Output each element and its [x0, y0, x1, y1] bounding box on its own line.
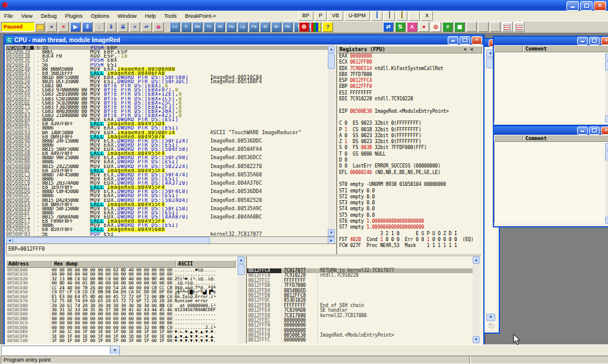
disasm-row[interactable]: 00508EB6.8B06MOV EAX,DWORD PTR DS:[ESI]: [6, 160, 328, 164]
register-line[interactable]: P 1 CS 001B 32bit 0(FFFFFFFF): [337, 127, 482, 133]
register-line[interactable]: ESI FFFFFFFF: [337, 90, 482, 96]
stack-row[interactable]: 0012FFEC00000000: [247, 318, 474, 323]
disasm-row[interactable]: 00508E83.C683 21040000 00MOV BYTE PTR DS…: [6, 113, 328, 118]
panes-button-2[interactable]: [514, 22, 524, 32]
register-line[interactable]: [337, 102, 482, 108]
plugin-button-p[interactable]: P: [315, 11, 327, 21]
disasm-row[interactable]: 00508E39.8BECMOV EBP,ESP: [6, 50, 328, 54]
menu-item-file[interactable]: File: [0, 13, 17, 19]
scroll-thumb[interactable]: [605, 151, 608, 160]
menu-item-help[interactable]: Help: [141, 13, 160, 19]
register-line[interactable]: [337, 115, 482, 121]
disasm-row[interactable]: 00508E38$55PUSH EBP: [6, 46, 328, 50]
stack-row[interactable]: 0012FFFC00000000: [247, 338, 474, 343]
scroll-down-icon[interactable]: ▼: [486, 314, 495, 321]
register-line[interactable]: ST7 empty 1.0000000000000000000: [337, 224, 482, 230]
scroll-up-icon[interactable]: ▲: [605, 143, 608, 150]
scroll-up-icon[interactable]: ▲: [328, 46, 335, 53]
comment-window-bottom[interactable]: × Comment ▲ ▼: [493, 125, 608, 227]
register-line[interactable]: FST 4020 Cond 1 0 0 0 Err 0 0 1 0 0 0 0 …: [337, 237, 482, 243]
digits-button[interactable]: #: [442, 22, 453, 32]
max-button[interactable]: [589, 126, 600, 135]
title-bar[interactable]: ✱ ×: [0, 0, 608, 11]
stack-row[interactable]: 0012FFD80012FFC8: [247, 293, 474, 298]
comment-window-body[interactable]: [494, 52, 608, 121]
window-button-cp[interactable]: Cp: [238, 22, 248, 32]
comment-window-body[interactable]: [494, 142, 608, 223]
register-line[interactable]: ST6 empty 1.0000000000000000000: [337, 219, 482, 224]
disasm-row[interactable]: 00508E3F.56PUSH ESI: [6, 63, 328, 67]
scroll-down-icon[interactable]: ▼: [605, 115, 608, 122]
disasm-row[interactable]: 00508ECB.8B15 20374A00MOV EDX,DWORD PTR …: [6, 181, 328, 185]
menu-item-window[interactable]: Window: [113, 13, 141, 19]
stack-row[interactable]: 0012FFE87C817080kernel32.7C817080: [247, 314, 474, 318]
updown-button[interactable]: ⇅: [395, 22, 406, 32]
register-line[interactable]: D 0: [337, 157, 482, 163]
stack-row[interactable]: 0012FFC87C910228ntdll.7C910228: [247, 273, 474, 278]
animate-over-button[interactable]: »: [129, 22, 140, 32]
scroll-down-icon[interactable]: ▼: [605, 217, 608, 224]
stack-row[interactable]: 0012FFD48054B6ED: [247, 289, 474, 293]
execute-till-return-button[interactable]: ↵: [141, 22, 152, 32]
window-button-br[interactable]: Br: [271, 22, 281, 32]
disasm-row[interactable]: 00508EE9.8B0D 58F15000MOV ECX,DWORD PTR …: [6, 207, 328, 211]
blank-button-1[interactable]: [466, 22, 477, 32]
register-line[interactable]: T 0 GS 0000 NULL: [337, 151, 482, 157]
disasm-row[interactable]: 00508E40.B8 B0BA5000MOV EAX,ImageRed.005…: [6, 67, 328, 71]
scroll-thumb[interactable]: [605, 61, 608, 71]
stack-row[interactable]: 0012FFF800508E38ImageRed.<ModuleEntryPoi…: [247, 333, 474, 338]
register-line[interactable]: FCW 027F Prec NEAR,53 Mask 1 1 1 1 1 1: [337, 243, 482, 249]
menu-item-view[interactable]: View: [17, 13, 37, 19]
cpu-window[interactable]: C CPU - main thread, module ImageRed × 0…: [4, 34, 484, 346]
register-line[interactable]: ECX 0012FFB0: [337, 59, 482, 65]
max-button[interactable]: [589, 37, 600, 45]
register-line[interactable]: S 0 FS 003B 32bit 7FFDF000(FFF): [337, 145, 482, 151]
register-line[interactable]: Z 1 DS 0023 32bit 0(FFFFFFFF): [337, 139, 482, 145]
new-doc-icon[interactable]: [371, 11, 382, 21]
blank-button-3[interactable]: [490, 22, 501, 32]
disasm-row[interactable]: 00508E59.C683 97000000 00MOV BYTE PTR DS…: [6, 88, 328, 92]
swap-button[interactable]: ⇄: [383, 22, 394, 32]
menu-item-breakpoint[interactable]: BreakPoint->: [181, 13, 220, 19]
pane-corner-button[interactable]: <: [470, 46, 473, 53]
dump-vscrollbar[interactable]: ▲: [238, 257, 245, 343]
memory-dump-pane[interactable]: Address Hex dump ASCII 0050C00000 00 00 …: [6, 257, 238, 343]
window-button-re[interactable]: Re: [283, 22, 293, 32]
options-button[interactable]: ⚙: [299, 22, 309, 32]
disassembly-pane[interactable]: 00508E38$55PUSH EBP00508E39.8BECMOV EBP,…: [6, 46, 328, 236]
disasm-row[interactable]: 00508E75.C683 F3020000 00MOV BYTE PTR DS…: [6, 105, 328, 109]
plugin-button-vb[interactable]: VB: [328, 11, 343, 21]
stack-row[interactable]: 0012FFE0FFFFFFFFEnd of SEH chain: [247, 303, 474, 308]
min-button[interactable]: [577, 37, 588, 45]
cpu-title-bar[interactable]: C CPU - main thread, module ImageRed ×: [5, 36, 483, 45]
comment-window-top[interactable]: × Comment ▲ ▼: [493, 36, 608, 126]
animate-into-button[interactable]: ⇊: [118, 22, 128, 32]
stack-row[interactable]: 0012FFD07FFD7000: [247, 283, 474, 288]
min-button[interactable]: [577, 126, 588, 135]
scroll-up-icon[interactable]: ▲: [238, 257, 245, 264]
window-button-ln[interactable]: Ln: [170, 22, 180, 32]
register-line[interactable]: EIP 00508E38 ImageRed.<ModuleEntryPoint>: [337, 109, 482, 115]
register-line[interactable]: ESP 0012FFC4: [337, 78, 482, 84]
comment-column-header[interactable]: Comment: [523, 135, 608, 142]
minimize-button[interactable]: [566, 1, 579, 11]
resize-grip[interactable]: [489, 323, 495, 329]
disasm-row[interactable]: 00508F03.5EPOP ESIkernel32.7C817077: [6, 232, 328, 236]
disasm-row[interactable]: 00508EFC.8B06MOV EAX,DWORD PTR DS:[ESI]: [6, 223, 328, 227]
menu-item-tools[interactable]: Tools: [160, 13, 181, 19]
menu-close-button[interactable]: X: [421, 11, 433, 21]
register-line[interactable]: EAX 00000000: [337, 53, 482, 59]
disasm-row[interactable]: 00508EDC.8B06MOV EAX,DWORD PTR DS:[ESI]: [6, 194, 328, 198]
window-button-wi[interactable]: Wi: [215, 22, 225, 32]
stack-row[interactable]: 0012FFF000000000: [247, 323, 474, 328]
disassembly-vscrollbar[interactable]: ▲ ▼: [328, 46, 335, 236]
disasm-row[interactable]: 00508EC9.8B06MOV EAX,DWORD PTR DS:[ESI]: [6, 177, 328, 181]
disasm-row[interactable]: 00508E8C.E8 4397F8FFCALL ImageRed.004955…: [6, 122, 328, 126]
register-line[interactable]: EDI 7C910228 ntdll.7C910228: [337, 96, 482, 102]
window-button-pa[interactable]: Pa: [249, 22, 259, 32]
menu-item-plugins[interactable]: Plugins: [61, 13, 87, 19]
console-icon[interactable]: [408, 11, 420, 21]
first-column-header[interactable]: [494, 45, 523, 52]
window-button-th[interactable]: Th: [204, 22, 214, 32]
cpu-minimize-button[interactable]: [448, 36, 458, 45]
